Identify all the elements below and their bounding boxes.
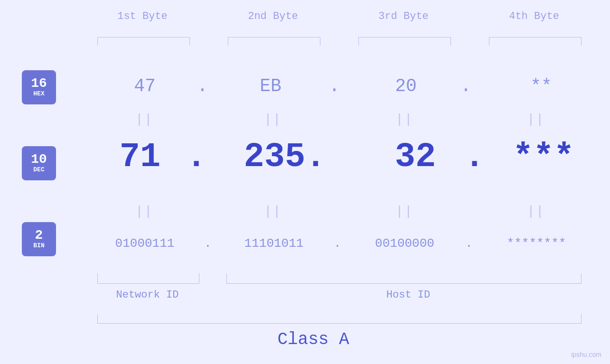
col-header-3: 3rd Byte (356, 10, 451, 22)
bottom-bracket-host (226, 273, 582, 284)
eq-hex-dec-2: || (264, 112, 282, 127)
top-bracket-2 (228, 37, 320, 46)
class-a-label: Class A (266, 330, 361, 349)
hex-b3: 20 (375, 76, 437, 96)
eq-hex-dec-3: || (395, 112, 413, 127)
eq-dec-bin-4: || (527, 204, 545, 219)
eq-hex-dec-4: || (527, 112, 545, 127)
hex-d3: . (460, 76, 471, 96)
hex-b2: EB (240, 76, 301, 96)
badge-hex-number: 16 (31, 77, 47, 90)
eq-dec-bin-3: || (395, 204, 413, 219)
hex-d1: . (197, 76, 208, 96)
col-header-2: 2nd Byte (225, 10, 320, 22)
hex-d2: . (329, 76, 340, 96)
bin-b3: 00100000 (351, 236, 458, 251)
bin-b1: 01000111 (93, 236, 197, 251)
eq-hex-dec-1: || (135, 112, 153, 127)
network-id-label: Network ID (111, 289, 184, 301)
bin-d2: . (334, 236, 341, 251)
top-bracket-4 (489, 37, 582, 46)
dec-d1: . (186, 138, 206, 177)
bin-d1: . (204, 236, 212, 251)
watermark: ipshu.com (571, 351, 601, 358)
dec-b2: 235. (218, 138, 351, 177)
main-container: 16 HEX 10 DEC 2 BIN 1st Byte 2nd Byte 3r… (0, 0, 610, 364)
top-bracket-3 (358, 37, 451, 46)
eq-dec-bin-1: || (135, 204, 153, 219)
dec-b3: 32 (377, 138, 453, 177)
dec-b4: *** (484, 138, 603, 177)
badge-dec-number: 10 (31, 153, 47, 166)
badge-bin-label: BIN (33, 242, 44, 250)
bin-d3: . (465, 236, 473, 251)
bottom-bracket-network (97, 273, 199, 284)
host-id-label: Host ID (377, 289, 439, 301)
bin-b4: ******** (479, 236, 593, 251)
dec-b1: 71 (102, 138, 178, 177)
badge-bin: 2 BIN (22, 222, 56, 256)
eq-dec-bin-2: || (264, 204, 282, 219)
badge-bin-number: 2 (35, 229, 43, 242)
badge-hex: 16 HEX (22, 70, 56, 104)
badge-dec: 10 DEC (22, 146, 56, 180)
hex-b4: ** (510, 76, 572, 96)
badge-dec-label: DEC (33, 166, 44, 174)
badge-hex-label: HEX (33, 90, 44, 98)
hex-b1: 47 (114, 76, 176, 96)
top-bracket-1 (97, 37, 190, 46)
col-header-4: 4th Byte (487, 10, 582, 22)
class-outer-bracket (97, 314, 582, 324)
col-header-1: 1st Byte (95, 10, 190, 22)
bin-b2: 11101011 (222, 236, 326, 251)
dec-d3: . (464, 138, 485, 177)
